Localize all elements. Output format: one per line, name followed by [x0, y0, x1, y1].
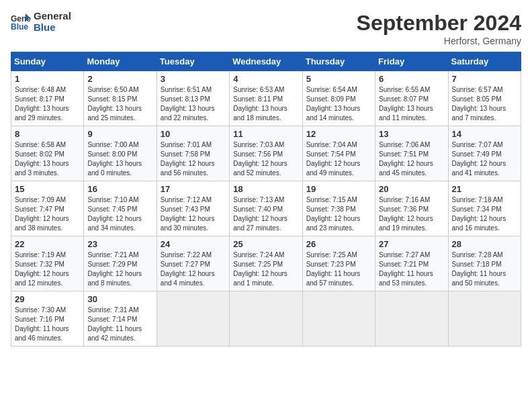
day-info: Sunrise: 7:07 AMSunset: 7:49 PMDaylight:…	[452, 140, 517, 178]
calendar-day-18: 18Sunrise: 7:13 AMSunset: 7:40 PMDayligh…	[230, 181, 302, 236]
day-info: Sunrise: 7:15 AMSunset: 7:38 PMDaylight:…	[306, 195, 371, 233]
day-number: 24	[161, 239, 226, 249]
header-thursday: Thursday	[302, 52, 375, 71]
calendar-day-20: 20Sunrise: 7:16 AMSunset: 7:36 PMDayligh…	[375, 181, 448, 236]
calendar-day-23: 23Sunrise: 7:21 AMSunset: 7:29 PMDayligh…	[84, 236, 157, 291]
day-number: 9	[87, 129, 152, 139]
day-info: Sunrise: 7:06 AMSunset: 7:51 PMDaylight:…	[379, 140, 444, 178]
day-info: Sunrise: 7:13 AMSunset: 7:40 PMDaylight:…	[233, 195, 298, 233]
day-number: 18	[233, 184, 298, 194]
calendar-day-3: 3Sunrise: 6:51 AMSunset: 8:13 PMDaylight…	[157, 71, 229, 126]
day-info: Sunrise: 7:00 AMSunset: 8:00 PMDaylight:…	[87, 140, 152, 178]
day-number: 25	[233, 239, 298, 249]
day-number: 21	[452, 184, 517, 194]
day-info: Sunrise: 7:21 AMSunset: 7:29 PMDaylight:…	[87, 250, 152, 288]
day-number: 23	[87, 239, 152, 249]
svg-text:Blue: Blue	[11, 22, 28, 32]
empty-cell	[448, 291, 521, 347]
day-number: 17	[161, 184, 226, 194]
calendar-day-9: 9Sunrise: 7:00 AMSunset: 8:00 PMDaylight…	[84, 126, 157, 181]
day-number: 30	[87, 294, 152, 304]
calendar-day-11: 11Sunrise: 7:03 AMSunset: 7:56 PMDayligh…	[230, 126, 302, 181]
header-monday: Monday	[84, 52, 157, 71]
day-info: Sunrise: 7:03 AMSunset: 7:56 PMDaylight:…	[233, 140, 298, 178]
day-number: 22	[15, 239, 80, 249]
day-info: Sunrise: 6:51 AMSunset: 8:13 PMDaylight:…	[161, 85, 226, 123]
calendar-day-28: 28Sunrise: 7:28 AMSunset: 7:18 PMDayligh…	[448, 236, 521, 291]
day-info: Sunrise: 6:58 AMSunset: 8:02 PMDaylight:…	[15, 140, 80, 178]
day-info: Sunrise: 7:01 AMSunset: 7:58 PMDaylight:…	[161, 140, 226, 178]
calendar-body: 1Sunrise: 6:48 AMSunset: 8:17 PMDaylight…	[11, 71, 521, 347]
calendar-title-area: September 2024 Herforst, Germany	[357, 11, 521, 46]
header-sunday: Sunday	[11, 52, 84, 71]
calendar-day-6: 6Sunrise: 6:55 AMSunset: 8:07 PMDaylight…	[375, 71, 448, 126]
calendar-day-1: 1Sunrise: 6:48 AMSunset: 8:17 PMDaylight…	[11, 71, 84, 126]
calendar-day-25: 25Sunrise: 7:24 AMSunset: 7:25 PMDayligh…	[230, 236, 302, 291]
page-header: General Blue General Blue September 2024…	[11, 11, 521, 46]
calendar-week-1: 1Sunrise: 6:48 AMSunset: 8:17 PMDaylight…	[11, 71, 521, 126]
calendar-day-16: 16Sunrise: 7:10 AMSunset: 7:45 PMDayligh…	[84, 181, 157, 236]
calendar-day-27: 27Sunrise: 7:27 AMSunset: 7:21 PMDayligh…	[375, 236, 448, 291]
day-info: Sunrise: 7:18 AMSunset: 7:34 PMDaylight:…	[452, 195, 517, 233]
day-info: Sunrise: 7:22 AMSunset: 7:27 PMDaylight:…	[161, 250, 226, 288]
calendar-day-10: 10Sunrise: 7:01 AMSunset: 7:58 PMDayligh…	[157, 126, 229, 181]
calendar-week-5: 29Sunrise: 7:30 AMSunset: 7:16 PMDayligh…	[11, 291, 521, 347]
day-number: 15	[15, 184, 80, 194]
calendar-day-21: 21Sunrise: 7:18 AMSunset: 7:34 PMDayligh…	[448, 181, 521, 236]
day-number: 27	[379, 239, 444, 249]
day-number: 6	[379, 74, 444, 84]
day-info: Sunrise: 7:19 AMSunset: 7:32 PMDaylight:…	[15, 250, 80, 288]
day-number: 5	[306, 74, 371, 84]
calendar-day-30: 30Sunrise: 7:31 AMSunset: 7:14 PMDayligh…	[84, 291, 157, 347]
day-number: 8	[15, 129, 80, 139]
day-number: 4	[233, 74, 298, 84]
header-wednesday: Wednesday	[230, 52, 302, 71]
calendar-day-24: 24Sunrise: 7:22 AMSunset: 7:27 PMDayligh…	[157, 236, 229, 291]
day-number: 2	[87, 74, 152, 84]
calendar-day-4: 4Sunrise: 6:53 AMSunset: 8:11 PMDaylight…	[230, 71, 302, 126]
day-number: 19	[306, 184, 371, 194]
empty-cell	[230, 291, 302, 347]
day-info: Sunrise: 7:27 AMSunset: 7:21 PMDaylight:…	[379, 250, 444, 288]
calendar-day-19: 19Sunrise: 7:15 AMSunset: 7:38 PMDayligh…	[302, 181, 375, 236]
day-info: Sunrise: 7:30 AMSunset: 7:16 PMDaylight:…	[15, 306, 80, 343]
empty-cell	[302, 291, 375, 347]
empty-cell	[157, 291, 229, 347]
day-info: Sunrise: 7:09 AMSunset: 7:47 PMDaylight:…	[15, 195, 80, 233]
day-number: 13	[379, 129, 444, 139]
calendar-day-26: 26Sunrise: 7:25 AMSunset: 7:23 PMDayligh…	[302, 236, 375, 291]
day-number: 11	[233, 129, 298, 139]
calendar-day-15: 15Sunrise: 7:09 AMSunset: 7:47 PMDayligh…	[11, 181, 84, 236]
header-tuesday: Tuesday	[157, 52, 229, 71]
day-info: Sunrise: 7:10 AMSunset: 7:45 PMDaylight:…	[87, 195, 152, 233]
calendar-day-13: 13Sunrise: 7:06 AMSunset: 7:51 PMDayligh…	[375, 126, 448, 181]
day-info: Sunrise: 7:04 AMSunset: 7:54 PMDaylight:…	[306, 140, 371, 178]
logo-line1: General	[34, 11, 71, 22]
calendar-day-8: 8Sunrise: 6:58 AMSunset: 8:02 PMDaylight…	[11, 126, 84, 181]
calendar-week-3: 15Sunrise: 7:09 AMSunset: 7:47 PMDayligh…	[11, 181, 521, 236]
day-info: Sunrise: 6:48 AMSunset: 8:17 PMDaylight:…	[15, 85, 80, 123]
day-info: Sunrise: 7:12 AMSunset: 7:43 PMDaylight:…	[161, 195, 226, 233]
calendar-header: SundayMondayTuesdayWednesdayThursdayFrid…	[11, 52, 521, 71]
logo-icon: General Blue	[11, 12, 31, 32]
day-number: 20	[379, 184, 444, 194]
day-info: Sunrise: 7:24 AMSunset: 7:25 PMDaylight:…	[233, 250, 298, 288]
calendar-week-4: 22Sunrise: 7:19 AMSunset: 7:32 PMDayligh…	[11, 236, 521, 291]
day-info: Sunrise: 7:28 AMSunset: 7:18 PMDaylight:…	[452, 250, 517, 288]
day-number: 16	[87, 184, 152, 194]
calendar-day-5: 5Sunrise: 6:54 AMSunset: 8:09 PMDaylight…	[302, 71, 375, 126]
logo-line2: Blue	[34, 22, 71, 34]
header-row: SundayMondayTuesdayWednesdayThursdayFrid…	[11, 52, 521, 71]
location: Herforst, Germany	[357, 36, 521, 46]
day-info: Sunrise: 7:25 AMSunset: 7:23 PMDaylight:…	[306, 250, 371, 288]
day-info: Sunrise: 6:57 AMSunset: 8:05 PMDaylight:…	[452, 85, 517, 123]
calendar-table: SundayMondayTuesdayWednesdayThursdayFrid…	[11, 52, 521, 347]
day-number: 3	[161, 74, 226, 84]
calendar-day-12: 12Sunrise: 7:04 AMSunset: 7:54 PMDayligh…	[302, 126, 375, 181]
header-friday: Friday	[375, 52, 448, 71]
day-info: Sunrise: 6:54 AMSunset: 8:09 PMDaylight:…	[306, 85, 371, 123]
day-number: 29	[15, 294, 80, 304]
day-info: Sunrise: 7:16 AMSunset: 7:36 PMDaylight:…	[379, 195, 444, 233]
day-number: 12	[306, 129, 371, 139]
day-number: 7	[452, 74, 517, 84]
